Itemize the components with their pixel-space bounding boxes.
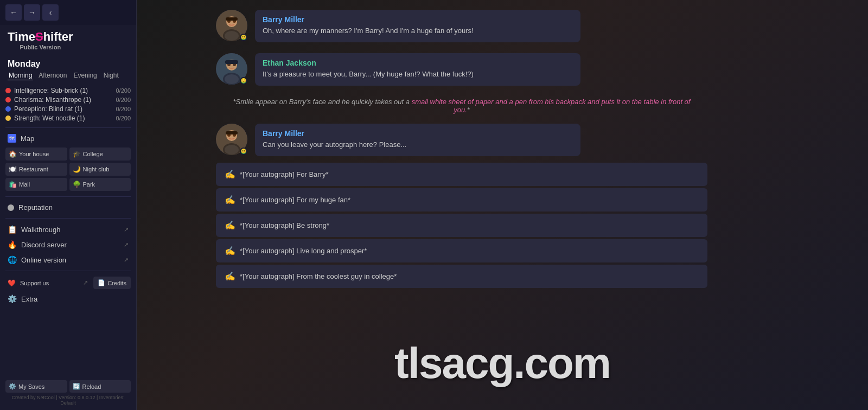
logo-subtitle: Public Version bbox=[8, 44, 73, 50]
avatar-wrap-barry-1 bbox=[216, 10, 248, 42]
college-icon: 🎓 bbox=[73, 150, 81, 158]
tab-evening[interactable]: Evening bbox=[72, 71, 98, 80]
choice-icon-3: ✍️ bbox=[225, 220, 235, 230]
reputation-label: Reputation bbox=[18, 203, 53, 212]
status-dot-ethan bbox=[240, 77, 247, 85]
choice-label-5: *[Your autograph] From the coolest guy i… bbox=[240, 272, 397, 280]
reload-button[interactable]: 🔄 Reload bbox=[69, 380, 131, 393]
avatar-wrap-ethan bbox=[216, 53, 248, 86]
msg-text-barry-1: Oh, where are my manners? I'm Barry! And… bbox=[263, 26, 573, 36]
stat-strength: Strength: Wet noodle (1) 0/200 bbox=[5, 114, 131, 122]
divider-3 bbox=[5, 218, 131, 219]
extra-label: Extra bbox=[21, 295, 37, 303]
msg-bubble-ethan: Ethan Jackson It's a pleasure to meet yo… bbox=[255, 53, 580, 86]
choice-autograph-strong[interactable]: ✍️ *[Your autograph] Be strong* bbox=[216, 214, 707, 237]
chat-message-barry-2: Barry Miller Can you leave your autograp… bbox=[207, 119, 716, 161]
stat-dot-perception bbox=[5, 106, 11, 112]
action-text: *Smile appear on Barry's face and he qui… bbox=[207, 92, 716, 119]
extra-link[interactable]: ⚙️ Extra bbox=[0, 291, 136, 306]
action-text-before: *Smile appear on Barry's face and he qui… bbox=[233, 98, 412, 106]
action-text-after: * bbox=[467, 106, 470, 114]
logo-area: TimeShifter Public Version bbox=[0, 25, 136, 56]
collapse-button[interactable]: ‹ bbox=[42, 4, 59, 21]
saves-label: My Saves bbox=[18, 383, 44, 390]
sidebar-nav: ← → ‹ bbox=[0, 0, 136, 25]
map-item[interactable]: 🗺 Map bbox=[0, 131, 136, 145]
online-version-link[interactable]: 🌐 Online version ↗ bbox=[0, 252, 136, 267]
choice-label-3: *[Your autograph] Be strong* bbox=[240, 221, 329, 229]
logo-hifter: hifter bbox=[43, 30, 73, 43]
time-tabs: Morning Afternoon Evening Night bbox=[0, 70, 136, 85]
my-saves-button[interactable]: ⚙️ My Saves bbox=[5, 380, 67, 393]
svg-rect-6 bbox=[226, 17, 238, 21]
chat-message-barry-1: Barry Miller Oh, where are my manners? I… bbox=[207, 5, 716, 47]
walkthrough-link[interactable]: 📋 Walkthrough ↗ bbox=[0, 222, 136, 237]
support-label: Support us bbox=[20, 280, 49, 286]
location-college[interactable]: 🎓 College bbox=[69, 148, 131, 161]
location-restaurant[interactable]: 🍽️ Restaurant bbox=[5, 163, 67, 176]
credits-button[interactable]: 📄 Credits bbox=[93, 277, 131, 289]
reload-icon: 🔄 bbox=[73, 383, 80, 390]
msg-text-barry-2: Can you leave your autograph here? Pleas… bbox=[263, 140, 573, 150]
choice-autograph-fan[interactable]: ✍️ *[Your autograph] For my huge fan* bbox=[216, 188, 707, 212]
restaurant-icon: 🍽️ bbox=[9, 165, 17, 173]
stat-perception-value: 0/200 bbox=[116, 106, 131, 112]
forward-button[interactable]: → bbox=[24, 4, 40, 21]
stats-list: Intelligence: Sub-brick (1) 0/200 Charis… bbox=[0, 85, 136, 124]
app-logo: TimeShifter Public Version bbox=[8, 30, 73, 50]
stat-perception: Perception: Blind rat (1) 0/200 bbox=[5, 105, 131, 113]
logo-s: S bbox=[35, 30, 43, 43]
tab-afternoon[interactable]: Afternoon bbox=[37, 71, 68, 80]
college-label: College bbox=[83, 151, 103, 157]
choice-autograph-barry[interactable]: ✍️ *[Your autograph] For Barry* bbox=[216, 163, 707, 186]
divider-1 bbox=[5, 127, 131, 128]
stat-charisma: Charisma: Misanthrope (1) 0/200 bbox=[5, 96, 131, 104]
svg-point-3 bbox=[225, 31, 239, 41]
support-ext-icon: ↗ bbox=[83, 279, 88, 286]
tab-night[interactable]: Night bbox=[103, 71, 120, 80]
version-text: Created by NetCool | Version: 0.8.0.12 |… bbox=[5, 393, 131, 407]
sidebar: ← → ‹ TimeShifter Public Version Monday … bbox=[0, 0, 137, 410]
svg-point-10 bbox=[225, 74, 239, 84]
location-mall[interactable]: 🛍️ Mall bbox=[5, 178, 67, 191]
svg-rect-20 bbox=[226, 131, 238, 134]
choice-autograph-prosper[interactable]: ✍️ *[Your autograph] Live long and prosp… bbox=[216, 239, 707, 262]
discord-icon: 🔥 bbox=[8, 240, 17, 249]
choice-icon-4: ✍️ bbox=[225, 246, 235, 256]
online-label: Online version bbox=[21, 256, 66, 264]
svg-rect-13 bbox=[225, 60, 238, 64]
stat-strength-label: Strength: Wet noodle (1) bbox=[14, 114, 85, 122]
choice-autograph-college[interactable]: ✍️ *[Your autograph] From the coolest gu… bbox=[216, 265, 707, 288]
logo-time: Time bbox=[8, 30, 35, 43]
stat-intelligence-value: 0/200 bbox=[116, 87, 131, 94]
your-house-label: Your house bbox=[19, 151, 49, 157]
discord-link[interactable]: 🔥 Discord server ↗ bbox=[0, 237, 136, 252]
stat-perception-label: Perception: Blind rat (1) bbox=[14, 105, 82, 113]
saves-reload-row: ⚙️ My Saves 🔄 Reload bbox=[5, 380, 131, 393]
msg-bubble-barry-2: Barry Miller Can you leave your autograp… bbox=[255, 124, 580, 156]
stat-dot-strength bbox=[5, 116, 11, 121]
chat-message-ethan: Ethan Jackson It's a pleasure to meet yo… bbox=[207, 49, 716, 90]
stat-intelligence: Intelligence: Sub-brick (1) 0/200 bbox=[5, 87, 131, 94]
reputation-dot bbox=[8, 204, 14, 211]
back-button[interactable]: ← bbox=[5, 4, 22, 21]
online-ext-icon: ↗ bbox=[124, 257, 129, 264]
action-text-highlight: small white sheet of paper and a pen fro… bbox=[412, 98, 691, 114]
location-park[interactable]: 🌳 Park bbox=[69, 178, 131, 191]
chat-area[interactable]: Barry Miller Oh, where are my manners? I… bbox=[207, 0, 716, 410]
choice-label-1: *[Your autograph] For Barry* bbox=[240, 170, 329, 178]
tab-morning[interactable]: Morning bbox=[8, 71, 33, 80]
day-label: Monday bbox=[0, 56, 136, 70]
location-your-house[interactable]: 🏠 Your house bbox=[5, 148, 67, 161]
support-link[interactable]: ❤️ Support us ↗ bbox=[5, 277, 90, 289]
location-night-club[interactable]: 🌙 Night club bbox=[69, 163, 131, 176]
reputation-link[interactable]: Reputation bbox=[0, 200, 136, 215]
svg-point-17 bbox=[225, 145, 239, 155]
extra-icon: ⚙️ bbox=[8, 294, 17, 303]
walkthrough-label: Walkthrough bbox=[21, 226, 61, 234]
status-dot-barry-2 bbox=[240, 148, 247, 155]
stat-charisma-label: Charisma: Misanthrope (1) bbox=[14, 96, 91, 104]
walkthrough-ext-icon: ↗ bbox=[124, 226, 129, 233]
night-club-icon: 🌙 bbox=[73, 165, 81, 173]
restaurant-label: Restaurant bbox=[19, 166, 48, 172]
